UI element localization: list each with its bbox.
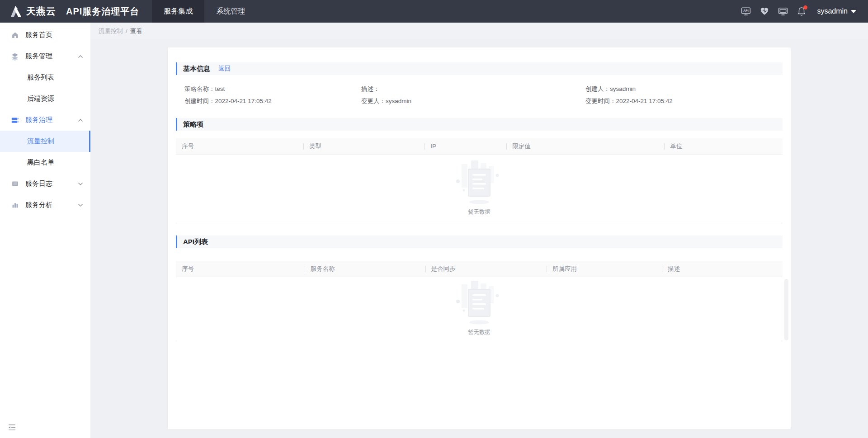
tab-system-management[interactable]: 系统管理: [204, 0, 257, 23]
tianyan-cloud-logo-icon: [9, 5, 23, 18]
list-icon: [11, 116, 19, 124]
basic-info-title: 基本信息: [183, 65, 210, 73]
api-list-table: 序号 服务名称 是否同步 所属应用 描述: [176, 261, 783, 341]
api-list-table-header: 序号 服务名称 是否同步 所属应用 描述: [176, 261, 783, 277]
sidebar-item-service-list[interactable]: 服务列表: [0, 67, 90, 88]
column-header-description: 描述: [662, 261, 783, 277]
policy-items-table: 序号 类型 IP 限定值 单位: [176, 138, 783, 223]
sidebar-item-traffic-control[interactable]: 流量控制: [0, 131, 90, 152]
chevron-up-icon: [78, 118, 83, 122]
sidebar-item-blacklist-whitelist[interactable]: 黑白名单: [0, 152, 90, 173]
user-name: sysadmin: [817, 7, 848, 15]
empty-data-text: 暂无数据: [468, 329, 491, 336]
log-icon: [11, 180, 19, 188]
vertical-scrollbar[interactable]: [784, 279, 788, 340]
top-navbar: 天燕云 API服务治理平台 服务集成 系统管理 API: [0, 0, 868, 23]
column-header-service-name: 服务名称: [305, 261, 425, 277]
policy-items-title: 策略项: [183, 120, 203, 129]
breadcrumb-current: 查看: [130, 27, 142, 35]
api-screen-icon[interactable]: API: [741, 6, 751, 16]
sidebar-item-backend-resources[interactable]: 后端资源: [0, 88, 90, 109]
sidebar-item-label: 服务治理: [25, 116, 52, 124]
api-list-title: API列表: [183, 238, 208, 246]
api-icon-label: API: [744, 9, 749, 12]
column-header-type: 类型: [303, 138, 425, 154]
column-header-owning-app: 所属应用: [547, 261, 662, 277]
column-header-unit: 单位: [664, 138, 783, 154]
monitor-icon[interactable]: [778, 6, 788, 16]
breadcrumb-traffic-control[interactable]: 流量控制: [99, 27, 123, 35]
tab-service-integration[interactable]: 服务集成: [152, 0, 204, 23]
sidebar-item-label: 服务分析: [25, 201, 52, 209]
field-creator: 创建人：sysadmin: [585, 84, 783, 94]
sidebar-collapse-icon[interactable]: [8, 424, 16, 433]
brand-area: 天燕云 API服务治理平台: [0, 0, 146, 23]
basic-info-grid: 策略名称：test 描述： 创建人：sysadmin 创建时间：2022-04-…: [176, 84, 783, 106]
home-icon: [11, 31, 19, 39]
policy-items-section-header: 策略项: [176, 118, 783, 131]
column-header-sync-status: 是否同步: [425, 261, 547, 277]
back-button[interactable]: 返回: [218, 65, 231, 73]
page-title: API服务治理平台: [66, 5, 139, 18]
layers-icon: [11, 52, 19, 61]
chevron-down-icon: [851, 10, 856, 13]
policy-items-empty-state: 暂无数据: [176, 155, 783, 223]
sidebar-item-label: 服务管理: [25, 52, 52, 61]
field-modifier: 变更人：sysadmin: [361, 96, 585, 106]
sidebar: 服务首页 服务管理 服务列表 后端资源: [0, 23, 90, 438]
column-header-index: 序号: [176, 138, 303, 154]
field-modify-time: 变更时间：2022-04-21 17:05:42: [585, 96, 783, 106]
chevron-up-icon: [78, 55, 83, 58]
empty-data-text: 暂无数据: [468, 208, 491, 216]
sidebar-item-label: 服务日志: [25, 179, 52, 188]
api-list-section-header: API列表: [176, 235, 783, 248]
bar-chart-icon: [11, 201, 19, 209]
sidebar-item-service-governance[interactable]: 服务治理: [0, 109, 90, 131]
user-menu[interactable]: sysadmin: [817, 7, 856, 15]
top-nav-tabs: 服务集成 系统管理: [152, 0, 257, 23]
breadcrumb: 流量控制 / 查看: [90, 23, 868, 39]
sidebar-item-service-management[interactable]: 服务管理: [0, 46, 90, 67]
detail-card: 基本信息 返回 策略名称：test 描述： 创建人：sysadmin 创建时间：…: [168, 47, 791, 429]
policy-items-table-header: 序号 类型 IP 限定值 单位: [176, 138, 783, 155]
navbar-right: API sysadmin: [741, 0, 868, 23]
brand-name: 天燕云: [26, 5, 56, 18]
sidebar-item-service-logs[interactable]: 服务日志: [0, 173, 90, 194]
breadcrumb-separator: /: [126, 28, 127, 34]
health-heart-icon[interactable]: [760, 6, 769, 16]
field-create-time: 创建时间：2022-04-21 17:05:42: [184, 96, 361, 106]
empty-data-illustration: [452, 160, 507, 206]
column-header-ip: IP: [425, 138, 506, 154]
column-header-limit-value: 限定值: [506, 138, 664, 154]
chevron-down-icon: [78, 203, 83, 207]
sidebar-item-label: 服务首页: [25, 31, 52, 39]
field-policy-name: 策略名称：test: [184, 84, 361, 94]
sidebar-item-service-analysis[interactable]: 服务分析: [0, 194, 90, 216]
sidebar-item-service-home[interactable]: 服务首页: [0, 24, 90, 46]
api-list-empty-state: 暂无数据: [176, 277, 783, 341]
notification-bell-icon[interactable]: [797, 6, 807, 16]
notification-badge: [803, 5, 807, 9]
column-header-index: 序号: [176, 261, 305, 277]
chevron-down-icon: [78, 182, 83, 186]
basic-info-section-header: 基本信息 返回: [176, 62, 783, 75]
empty-data-illustration: [452, 281, 507, 326]
field-description: 描述：: [361, 84, 585, 94]
main-content: 流量控制 / 查看 基本信息 返回 策略名称：test 描述： 创建人：sysa…: [90, 23, 868, 438]
